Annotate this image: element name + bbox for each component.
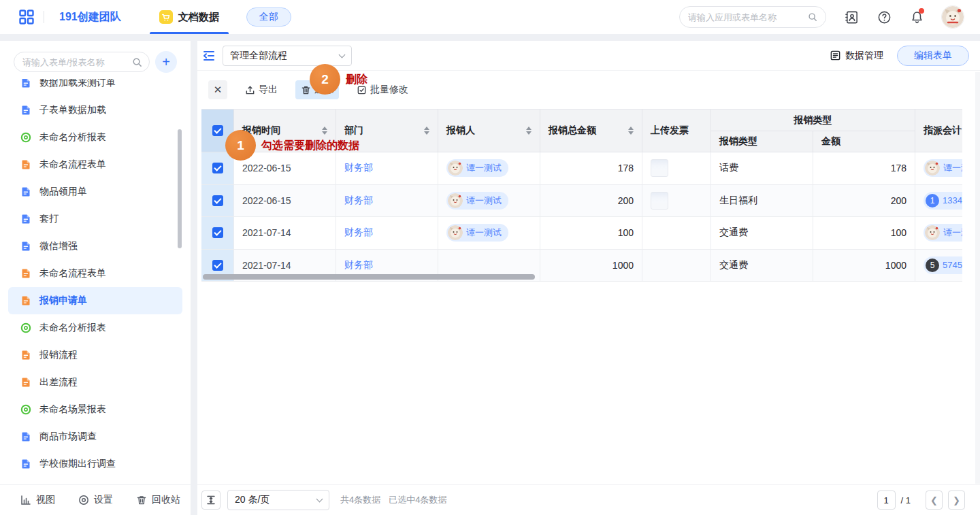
- filter-all-pill[interactable]: 全部: [246, 7, 291, 27]
- flow-orange-icon: [20, 350, 31, 361]
- sidebar-item[interactable]: 学校假期出行调查: [8, 450, 182, 478]
- col-subheader-amount[interactable]: 金额: [813, 131, 915, 152]
- cell-dept[interactable]: 财务部: [336, 217, 438, 249]
- vertical-scrollbar-track[interactable]: [975, 72, 980, 484]
- sidebar-item[interactable]: 未命名分析报表: [8, 124, 182, 151]
- cell-type: 生日福利: [711, 185, 813, 217]
- page-size-value: 20 条/页: [235, 494, 317, 506]
- sidebar-search[interactable]: [14, 52, 150, 72]
- cell-date: 2022-06-15: [234, 185, 336, 217]
- page-size-select[interactable]: 20 条/页: [227, 490, 329, 510]
- sidebar-item[interactable]: 物品领用单: [8, 178, 182, 205]
- collapse-sidebar-icon[interactable]: [201, 48, 216, 63]
- sidebar-item[interactable]: 未命名场景报表: [8, 396, 182, 423]
- sidebar-item[interactable]: 未命名流程表单: [8, 260, 182, 287]
- data-manage-button[interactable]: 数据管理: [830, 50, 883, 62]
- person-chip[interactable]: 谭一测试: [446, 159, 508, 177]
- add-form-button[interactable]: +: [155, 51, 177, 73]
- person-chip[interactable]: 谭一测试: [446, 192, 508, 210]
- avatar: [448, 161, 463, 176]
- sidebar-item[interactable]: 商品市场调查: [8, 423, 182, 450]
- horizontal-scrollbar[interactable]: [203, 274, 535, 280]
- global-search-input[interactable]: [688, 12, 808, 22]
- export-button[interactable]: 导出: [240, 80, 283, 99]
- annotation-step-1: 1: [225, 130, 256, 161]
- row-checkbox[interactable]: [212, 227, 223, 238]
- sidebar-item[interactable]: 微信增强: [8, 233, 182, 260]
- table-row[interactable]: 2022-06-15财务部谭一测试178话费178谭一测试: [201, 152, 962, 185]
- page-number-input[interactable]: [877, 491, 896, 510]
- invoice-thumbnail[interactable]: [651, 192, 668, 210]
- accountant-chip[interactable]: 谭一测试: [924, 224, 962, 242]
- prev-page-button[interactable]: ❮: [926, 491, 943, 510]
- row-height-button[interactable]: [201, 491, 220, 510]
- sidebar-search-input[interactable]: [22, 57, 132, 67]
- table-row[interactable]: 2022-06-15财务部谭一测试200生日福利200113345678910: [201, 185, 962, 218]
- accountant-chip[interactable]: 113345678910: [924, 192, 962, 210]
- flow-scope-value: 管理全部流程: [230, 50, 340, 62]
- team-name[interactable]: 191创建团队: [59, 10, 121, 24]
- cell-amount: 200: [813, 185, 915, 217]
- sort-icon[interactable]: [322, 127, 327, 135]
- accountant-chip[interactable]: 谭一测试: [924, 159, 962, 177]
- col-subheader-type[interactable]: 报销类型: [711, 131, 813, 152]
- notification-bell-icon[interactable]: [909, 10, 924, 24]
- clear-selection-button[interactable]: ✕: [208, 80, 227, 99]
- row-checkbox[interactable]: [212, 195, 223, 206]
- sort-icon[interactable]: [424, 127, 429, 135]
- form-blue-icon: [20, 214, 31, 225]
- col-header-person[interactable]: 报销人: [438, 110, 540, 152]
- row-checkbox[interactable]: [212, 163, 223, 173]
- sidebar-item[interactable]: 出差流程: [8, 369, 182, 396]
- sidebar-item-list: 数据加载来测订单子表单数据加载未命名分析报表未命名流程表单物品领用单套打微信增强…: [0, 79, 191, 484]
- row-checkbox-cell: [201, 185, 234, 217]
- help-icon[interactable]: [877, 10, 892, 24]
- edit-form-button[interactable]: 编辑表单: [897, 46, 969, 66]
- sidebar-item-label: 微信增强: [39, 240, 78, 252]
- sidebar-item[interactable]: 报销流程: [8, 342, 182, 369]
- total-count-text: 共4条数据: [340, 494, 380, 506]
- sidebar-item[interactable]: 未命名流程表单: [8, 151, 182, 178]
- apps-grid-icon[interactable]: [19, 10, 34, 24]
- cell-invoice[interactable]: [642, 152, 711, 184]
- cell-person: 谭一测试: [438, 185, 540, 217]
- invoice-thumbnail[interactable]: [651, 159, 668, 177]
- flow-scope-select[interactable]: 管理全部流程: [223, 46, 352, 66]
- sidebar-item[interactable]: 数据加载来测订单: [8, 79, 182, 97]
- col-header-accountant[interactable]: 指派会计: [915, 110, 962, 152]
- next-page-button[interactable]: ❯: [948, 491, 965, 510]
- avatar: [925, 161, 940, 176]
- sidebar-views-button[interactable]: 视图: [20, 494, 55, 506]
- user-avatar[interactable]: [942, 6, 964, 28]
- sidebar-item[interactable]: 报销申请单: [8, 287, 182, 314]
- report-green-icon: [20, 322, 31, 333]
- cell-dept[interactable]: 财务部: [336, 185, 438, 217]
- tab-doc-data[interactable]: 文档数据: [150, 0, 229, 34]
- sidebar-item-label: 数据加载来测订单: [39, 79, 116, 89]
- accountant-chip[interactable]: 557455: [924, 256, 962, 274]
- contacts-icon[interactable]: [844, 10, 859, 24]
- sort-icon[interactable]: [526, 127, 532, 135]
- sidebar-recycle-button[interactable]: 回收站: [136, 494, 180, 506]
- recycle-label: 回收站: [152, 494, 180, 506]
- sidebar-settings-button[interactable]: 设置: [78, 494, 113, 506]
- table-row[interactable]: 2021-07-14财务部谭一测试100交通费100谭一测试: [201, 217, 962, 250]
- col-header-invoice[interactable]: 上传发票: [642, 110, 711, 152]
- cell-dept[interactable]: 财务部: [336, 152, 438, 184]
- batch-edit-label: 批量修改: [370, 84, 408, 96]
- select-all-checkbox[interactable]: [212, 125, 223, 136]
- col-header-total[interactable]: 报销总金额: [540, 110, 642, 152]
- person-chip[interactable]: 谭一测试: [446, 224, 508, 242]
- sidebar-item[interactable]: 套打: [8, 205, 182, 233]
- sidebar-item[interactable]: 子表单数据加载: [8, 97, 182, 124]
- sort-icon[interactable]: [628, 127, 634, 135]
- sidebar-item[interactable]: [8, 478, 182, 484]
- sidebar-item[interactable]: 未命名分析报表: [8, 314, 182, 342]
- cell-amount: 1000: [813, 250, 915, 282]
- sidebar-scrollbar[interactable]: [178, 129, 182, 248]
- main-header: 管理全部流程 数据管理 编辑表单: [197, 41, 980, 71]
- row-checkbox[interactable]: [212, 260, 223, 271]
- cell-invoice[interactable]: [642, 185, 711, 217]
- global-search[interactable]: [679, 6, 826, 28]
- cell-accountant: 谭一测试: [915, 217, 962, 249]
